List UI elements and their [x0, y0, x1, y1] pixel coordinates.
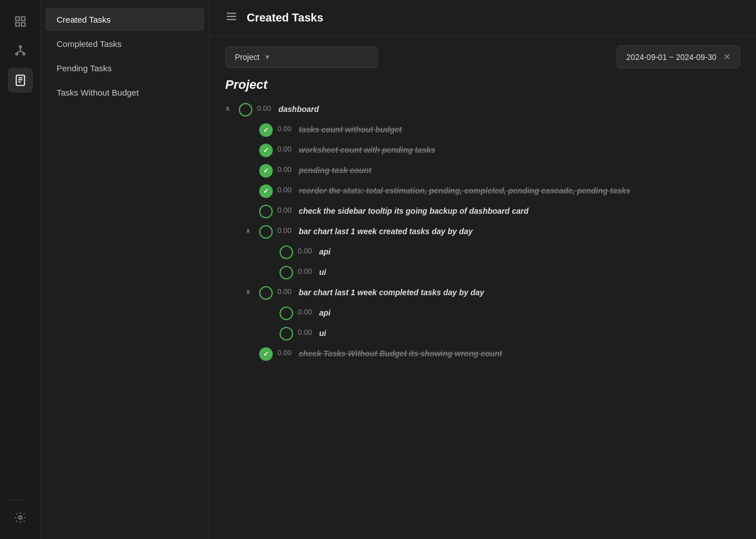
task-label: check the sidebar tooltip its going back…: [299, 205, 740, 217]
task-row: ✓0.00reorder the stats: total estimation…: [246, 180, 740, 201]
task-unchecked-icon[interactable]: [259, 205, 273, 218]
svg-point-4: [19, 46, 22, 48]
task-checked-icon[interactable]: ✓: [259, 347, 273, 361]
task-row: 0.00ui: [266, 323, 740, 343]
task-label: api: [319, 246, 740, 258]
icon-bar-bottom: [8, 495, 33, 530]
task-row: 0.00api: [266, 242, 740, 262]
sidebar-item-tasks-without-budget[interactable]: Tasks Without Budget: [45, 81, 204, 104]
task-amount: 0.00: [277, 186, 294, 194]
task-row: ∧0.00bar chart last 1 week created tasks…: [246, 221, 740, 242]
clear-date-button[interactable]: ✕: [723, 51, 731, 62]
svg-point-5: [15, 53, 18, 55]
task-amount: 0.00: [298, 328, 315, 337]
task-label: worksheet count with pending tasks: [299, 144, 740, 156]
task-checked-icon[interactable]: ✓: [259, 123, 273, 137]
task-label: reorder the stats: total estimation, pen…: [299, 185, 740, 197]
task-checked-icon[interactable]: ✓: [259, 144, 273, 157]
svg-rect-0: [15, 17, 19, 20]
task-checked-icon[interactable]: ✓: [259, 164, 273, 178]
task-unchecked-icon[interactable]: [259, 225, 273, 239]
task-row: 0.00api: [266, 303, 740, 323]
task-label: tasks count without budget: [299, 124, 740, 136]
task-row: ✓0.00pending task count: [246, 160, 740, 180]
svg-rect-2: [15, 23, 19, 26]
svg-point-14: [19, 516, 22, 519]
main-content: Created Tasks Project ▼ 2024-09-01 ~ 202…: [209, 0, 756, 539]
project-dropdown[interactable]: Project ▼: [225, 46, 378, 68]
svg-rect-3: [21, 23, 24, 26]
task-unchecked-icon[interactable]: [239, 103, 252, 117]
document-icon[interactable]: [8, 68, 33, 93]
sidebar-item-completed-tasks[interactable]: Completed Tasks: [45, 32, 204, 55]
task-label: pending task count: [299, 165, 740, 176]
task-unchecked-icon[interactable]: [259, 286, 273, 300]
task-label: bar chart last 1 week created tasks day …: [299, 226, 740, 238]
task-amount: 0.00: [277, 287, 294, 296]
svg-rect-1: [21, 17, 24, 20]
chevron-icon[interactable]: ∧: [246, 288, 255, 296]
date-range-value: 2024-09-01 ~ 2024-09-30: [626, 53, 716, 62]
task-amount: 0.00: [277, 145, 294, 153]
task-amount: 0.00: [277, 124, 294, 133]
task-row: 0.00ui: [266, 262, 740, 282]
date-range-picker[interactable]: 2024-09-01 ~ 2024-09-30 ✕: [617, 45, 740, 68]
svg-line-9: [20, 51, 24, 53]
task-amount: 0.00: [298, 247, 315, 255]
section-title: Project: [225, 77, 740, 92]
dropdown-arrow-icon: ▼: [264, 53, 271, 61]
sidebar-item-created-tasks[interactable]: Created Tasks: [45, 8, 204, 31]
project-label: Project: [235, 53, 260, 62]
task-unchecked-icon[interactable]: [280, 245, 293, 259]
task-checked-icon[interactable]: ✓: [259, 184, 273, 198]
svg-point-6: [23, 53, 25, 55]
task-label: bar chart last 1 week completed tasks da…: [299, 287, 740, 299]
task-label: ui: [319, 327, 740, 339]
task-amount: 0.00: [298, 267, 315, 275]
page-title: Created Tasks: [247, 11, 323, 24]
task-row: ∧0.00dashboard: [225, 99, 740, 119]
task-amount: 0.00: [277, 226, 294, 235]
task-amount: 0.00: [277, 165, 294, 174]
task-row: 0.00check the sidebar tooltip its going …: [246, 201, 740, 221]
chevron-icon[interactable]: ∧: [225, 105, 234, 113]
main-header: Created Tasks: [209, 0, 756, 36]
tasks-container: ∧0.00dashboard✓0.00tasks count without b…: [225, 99, 740, 364]
task-list: Project ∧0.00dashboard✓0.00tasks count w…: [209, 77, 756, 539]
task-label: dashboard: [278, 104, 740, 115]
sidebar: Created Tasks Completed Tasks Pending Ta…: [41, 0, 209, 539]
task-label: ui: [319, 266, 740, 278]
task-unchecked-icon[interactable]: [280, 307, 293, 320]
svg-line-8: [16, 51, 20, 53]
task-row: ✓0.00worksheet count with pending tasks: [246, 140, 740, 160]
task-unchecked-icon[interactable]: [280, 266, 293, 279]
task-amount: 0.00: [277, 206, 294, 214]
task-unchecked-icon[interactable]: [280, 327, 293, 340]
task-label: api: [319, 307, 740, 319]
task-label: check Tasks Without Budget its showing w…: [299, 348, 740, 360]
hamburger-button[interactable]: [225, 10, 238, 25]
task-amount: 0.00: [257, 104, 274, 113]
settings-icon[interactable]: [8, 505, 33, 530]
grid-icon[interactable]: [8, 9, 33, 34]
task-row: ∧0.00bar chart last 1 week completed tas…: [246, 282, 740, 303]
task-row: ✓0.00tasks count without budget: [246, 119, 740, 140]
chevron-icon[interactable]: ∧: [246, 227, 255, 235]
toolbar: Project ▼ 2024-09-01 ~ 2024-09-30 ✕: [209, 36, 756, 77]
task-amount: 0.00: [277, 348, 294, 357]
icon-bar: [0, 0, 41, 539]
divider: [8, 500, 26, 501]
task-row: ✓0.00check Tasks Without Budget its show…: [246, 343, 740, 364]
sidebar-item-pending-tasks[interactable]: Pending Tasks: [45, 57, 204, 80]
task-amount: 0.00: [298, 308, 315, 316]
hierarchy-icon[interactable]: [8, 38, 33, 63]
